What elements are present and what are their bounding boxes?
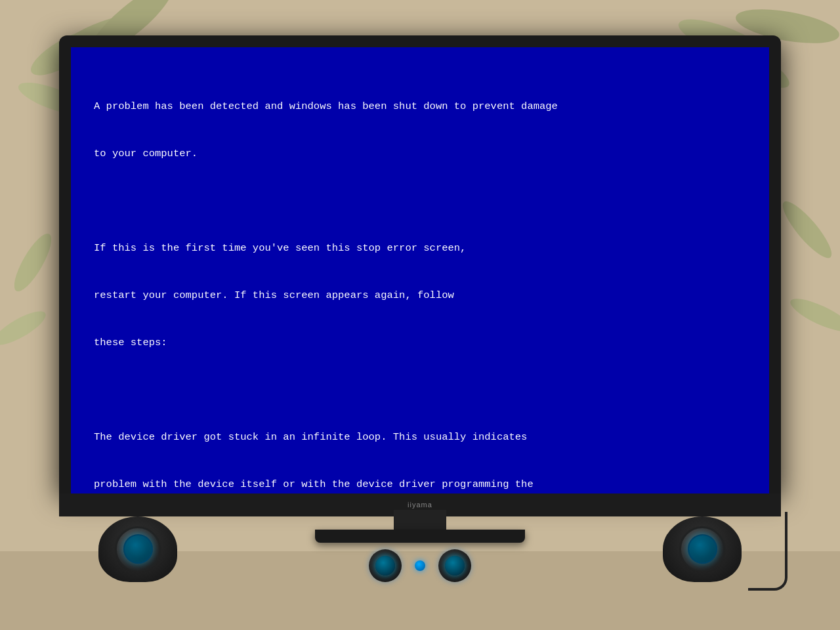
svg-point-8 <box>8 229 58 296</box>
svg-point-11 <box>787 293 840 337</box>
right-speaker <box>663 516 742 582</box>
bsod-spacer-2 <box>94 382 746 398</box>
bsod-line-7: problem with the device itself or with t… <box>94 476 746 492</box>
power-led <box>415 560 425 571</box>
left-subwoofer-cone-small <box>375 556 395 576</box>
power-cable <box>748 512 788 591</box>
front-devices <box>369 549 471 582</box>
right-speaker-cone <box>688 534 717 564</box>
svg-point-9 <box>776 196 838 264</box>
right-subwoofer-small <box>438 549 471 582</box>
monitor-brand-label: iiyama <box>408 501 432 509</box>
bsod-line-6: The device driver got stuck in an infini… <box>94 429 746 445</box>
bsod-line-5: these steps: <box>94 335 746 350</box>
monitor-base <box>315 530 525 543</box>
bsod-line-2: to your computer. <box>94 146 746 161</box>
monitor-stand <box>315 510 525 582</box>
bsod-line-4: restart your computer. If this screen ap… <box>94 287 746 303</box>
bsod-line-3: If this is the first time you've seen th… <box>94 240 746 256</box>
right-speaker-ring <box>679 526 725 572</box>
svg-point-10 <box>0 305 50 350</box>
bsod-screen: A problem has been detected and windows … <box>71 47 769 494</box>
monitor-bezel: A problem has been detected and windows … <box>59 35 781 494</box>
left-subwoofer-small <box>369 549 402 582</box>
bsod-line-1: A problem has been detected and windows … <box>94 98 746 114</box>
left-speaker-ring <box>115 526 161 572</box>
bsod-content: A problem has been detected and windows … <box>94 67 746 494</box>
right-subwoofer-cone-small <box>445 556 465 576</box>
left-speaker-cone <box>123 534 153 564</box>
bsod-spacer-1 <box>94 193 746 209</box>
left-speaker <box>98 516 177 582</box>
speakers-area <box>59 510 781 582</box>
monitor-neck <box>394 510 446 530</box>
